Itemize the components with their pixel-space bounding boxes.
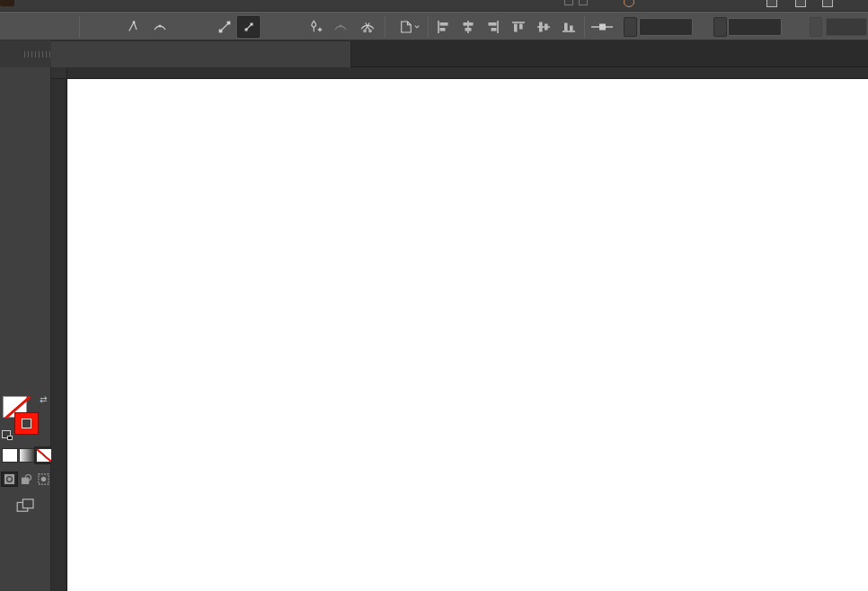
gradient-mode-button[interactable]	[19, 448, 35, 463]
draw-inside-button[interactable]	[35, 472, 52, 487]
cut-path-button[interactable]	[356, 16, 378, 38]
panel-icon-b[interactable]	[579, 0, 588, 5]
stroke-color-swatch[interactable]	[14, 412, 39, 435]
pen-add-icon	[306, 19, 323, 35]
workspace-icon-3[interactable]	[822, 0, 833, 7]
align-top-button[interactable]	[507, 16, 529, 38]
ruler-corner[interactable]	[51, 67, 67, 79]
color-mode-button[interactable]	[2, 448, 18, 463]
screen-mode-button[interactable]	[13, 496, 40, 515]
workspace-icon-1[interactable]	[766, 0, 777, 7]
add-anchor-button[interactable]	[303, 16, 325, 38]
convert-to-smooth-button[interactable]	[148, 16, 171, 38]
illustrator-logo	[0, 0, 14, 6]
swap-fill-stroke-icon[interactable]: ⇄	[40, 394, 47, 404]
separator	[584, 16, 585, 38]
hide-handles-icon	[241, 19, 257, 35]
draw-normal-button[interactable]	[1, 472, 18, 487]
smooth-point-icon	[152, 19, 168, 35]
draw-inside-icon	[38, 473, 49, 485]
align-top-icon	[511, 20, 526, 34]
panel-icon-a[interactable]	[564, 0, 573, 5]
align-middle-v-button[interactable]	[532, 16, 554, 38]
align-bottom-button[interactable]	[557, 16, 580, 38]
point-position-icon	[590, 21, 614, 33]
align-center-h-button[interactable]	[456, 16, 479, 38]
corner-point-icon	[126, 19, 142, 35]
separator	[385, 16, 385, 38]
default-fill-stroke-icon[interactable]	[2, 430, 11, 438]
draw-behind-icon	[21, 473, 32, 485]
x-stepper[interactable]	[624, 17, 637, 37]
tools-panel: ⇄	[0, 67, 51, 591]
align-right-icon	[486, 20, 500, 34]
y-input[interactable]	[728, 18, 782, 36]
workspace-icon-2[interactable]	[795, 0, 806, 7]
show-handles-icon	[217, 19, 233, 35]
align-left-icon	[436, 20, 450, 34]
hide-handles-button[interactable]	[237, 16, 260, 38]
draw-normal-icon	[4, 473, 15, 485]
dock-grip	[24, 51, 51, 57]
show-handles-button[interactable]	[213, 16, 235, 38]
menu-bar	[0, 0, 868, 12]
vertical-ruler[interactable]	[51, 79, 67, 591]
dock-zone	[0, 40, 51, 67]
align-bottom-icon	[562, 20, 576, 34]
scissors-path-icon	[359, 19, 376, 35]
color-swatches: ⇄	[0, 394, 51, 444]
convert-to-corner-button[interactable]	[122, 16, 145, 38]
width-stepper	[810, 17, 822, 37]
curve-anchor-icon	[332, 19, 349, 35]
width-input	[826, 18, 867, 36]
align-middle-v-icon	[536, 20, 551, 34]
sync-circle-icon[interactable]	[624, 0, 634, 7]
document-setup-button[interactable]	[394, 16, 424, 38]
horizontal-ruler[interactable]	[67, 67, 868, 79]
artboard-canvas[interactable]	[67, 79, 868, 591]
remove-anchor-button[interactable]	[329, 16, 351, 38]
align-right-button[interactable]	[482, 16, 504, 38]
control-bar	[0, 12, 868, 40]
x-input[interactable]	[639, 18, 693, 36]
screen-mode-icon	[16, 498, 36, 513]
anchor-point-position-icon	[589, 16, 616, 38]
document-setup-icon	[397, 19, 421, 35]
none-mode-button[interactable]	[36, 448, 52, 463]
stroke-swatch-hole	[22, 419, 31, 428]
align-center-h-icon	[461, 20, 475, 34]
draw-behind-button[interactable]	[18, 472, 35, 487]
separator	[428, 16, 429, 38]
separator	[79, 16, 80, 38]
document-tab[interactable]	[51, 41, 351, 67]
document-tab-bar	[0, 40, 868, 67]
align-left-button[interactable]	[431, 16, 454, 38]
y-stepper[interactable]	[713, 17, 727, 37]
